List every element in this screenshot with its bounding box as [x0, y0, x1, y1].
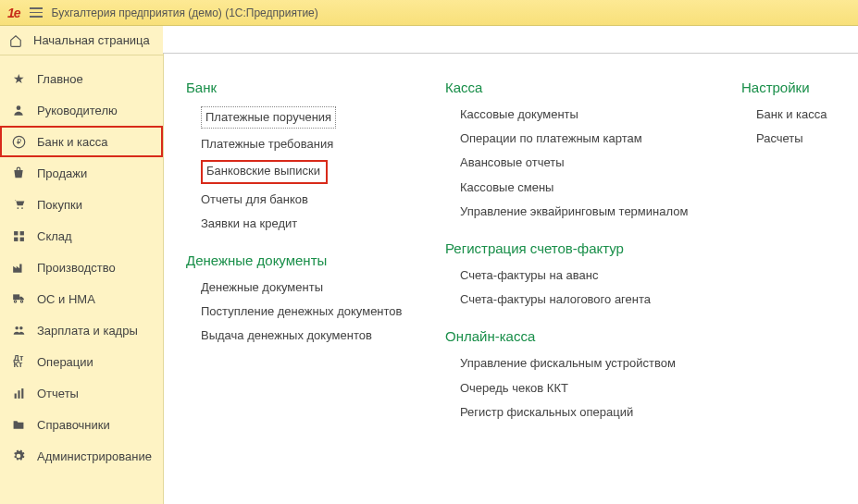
home-button[interactable]: Начальная страница — [0, 26, 163, 55]
link-money-docs[interactable]: Денежные документы — [201, 279, 427, 296]
nav-sales[interactable]: Продажи — [0, 157, 163, 189]
nav-label: Операции — [37, 355, 93, 369]
link-money-docs-out[interactable]: Выдача денежных документов — [201, 327, 427, 344]
home-icon — [9, 34, 24, 47]
link-payment-orders[interactable]: Платежные поручения — [201, 106, 336, 129]
nav-manager[interactable]: Руководителю — [0, 94, 163, 126]
logo-1c: 1e — [7, 6, 20, 20]
nav-label: Справочники — [37, 418, 110, 432]
bag-icon — [11, 166, 26, 180]
link-payment-requests[interactable]: Платежные требования — [201, 136, 427, 153]
svg-point-10 — [20, 301, 22, 302]
svg-rect-8 — [19, 237, 23, 240]
factory-icon — [11, 260, 26, 275]
titlebar: 1e Бухгалтерия предприятия (демо) (1С:Пр… — [0, 0, 858, 26]
nav-label: Главное — [37, 72, 83, 86]
nav-label: Зарплата и кадры — [37, 324, 138, 338]
nav-label: Отчеты — [37, 387, 79, 400]
link-cash-docs[interactable]: Кассовые документы — [460, 106, 723, 123]
home-label: Начальная страница — [33, 33, 150, 47]
folder-icon — [11, 417, 26, 432]
svg-rect-14 — [18, 390, 19, 399]
section-bank[interactable]: Банк — [186, 80, 427, 95]
chart-icon — [11, 386, 26, 400]
link-bank-reports[interactable]: Отчеты для банков — [201, 191, 427, 208]
column-kassa: Касса Кассовые документы Операции по пла… — [445, 80, 723, 421]
svg-rect-7 — [14, 237, 18, 240]
nav-operations[interactable]: ДтКт Операции — [0, 346, 163, 377]
svg-rect-5 — [14, 231, 18, 235]
link-advance-reports[interactable]: Авансовые отчеты — [460, 154, 723, 171]
star-icon: ★ — [11, 71, 26, 86]
nav-admin[interactable]: Администрирование — [0, 440, 163, 472]
person-icon — [11, 103, 26, 117]
nav-label: Руководителю — [37, 104, 118, 117]
truck-icon — [11, 291, 26, 306]
tab-strip — [163, 26, 858, 54]
svg-rect-13 — [14, 393, 16, 398]
sidebar: Начальная страница ★ Главное Руководител… — [0, 26, 164, 504]
nav-label: Продажи — [37, 166, 87, 180]
nav-label: Покупки — [37, 198, 82, 212]
link-credit-requests[interactable]: Заявки на кредит — [201, 215, 427, 232]
nav-purchases[interactable]: Покупки — [0, 189, 163, 220]
nav-production[interactable]: Производство — [0, 252, 163, 283]
nav-main[interactable]: ★ Главное — [0, 63, 163, 94]
nav-label: Склад — [37, 229, 72, 243]
section-money-docs[interactable]: Денежные документы — [186, 252, 427, 268]
svg-point-12 — [19, 326, 23, 330]
nav-label: ОС и НМА — [37, 292, 95, 306]
svg-rect-15 — [21, 388, 23, 399]
svg-point-0 — [17, 105, 21, 110]
section-settings[interactable]: Настройки — [741, 80, 852, 95]
link-fiscal-ops-register[interactable]: Регистр фискальных операций — [460, 404, 723, 421]
nav-reference[interactable]: Справочники — [0, 409, 163, 440]
link-settings-bank[interactable]: Банк и касса — [756, 106, 852, 123]
svg-text:₽: ₽ — [17, 138, 21, 146]
nav-label: Банк и касса — [37, 135, 108, 149]
link-cash-shifts[interactable]: Кассовые смены — [460, 179, 723, 196]
link-fiscal-device[interactable]: Управление фискальным устройством — [460, 355, 723, 372]
link-settings-payments[interactable]: Расчеты — [756, 130, 852, 147]
link-bank-statements[interactable]: Банковские выписки — [201, 160, 328, 183]
section-online-kassa[interactable]: Онлайн-касса — [445, 328, 723, 344]
svg-point-3 — [17, 207, 19, 209]
column-settings: Настройки Банк и касса Расчеты — [741, 80, 852, 421]
gear-icon — [11, 449, 26, 463]
hamburger-icon[interactable] — [30, 7, 43, 18]
nav-bank-kassa[interactable]: ₽ Банк и касса — [0, 126, 163, 157]
content-area: Банк Платежные поручения Платежные требо… — [164, 26, 858, 504]
nav-warehouse[interactable]: Склад — [0, 220, 163, 252]
link-receipt-queue[interactable]: Очередь чеков ККТ — [460, 380, 723, 397]
link-tax-agent-invoices[interactable]: Счета-фактуры налогового агента — [460, 291, 723, 308]
app-title: Бухгалтерия предприятия (демо) (1С:Предп… — [52, 6, 318, 19]
nav-reports[interactable]: Отчеты — [0, 377, 163, 409]
nav-list: ★ Главное Руководителю ₽ Банк и касса Пр — [0, 55, 163, 472]
svg-point-9 — [14, 301, 16, 302]
grid-icon — [11, 228, 26, 243]
section-kassa[interactable]: Касса — [445, 80, 723, 95]
section-invoice-reg[interactable]: Регистрация счетов-фактур — [445, 240, 723, 256]
column-bank: Банк Платежные поручения Платежные требо… — [186, 80, 427, 421]
svg-point-4 — [21, 207, 23, 209]
dtkt-icon: ДтКт — [11, 354, 26, 369]
ruble-icon: ₽ — [11, 134, 26, 149]
nav-label: Производство — [37, 261, 116, 275]
people-icon — [11, 323, 26, 338]
nav-label: Администрирование — [37, 449, 152, 463]
cart-icon — [11, 197, 26, 212]
link-card-ops[interactable]: Операции по платежным картам — [460, 130, 723, 147]
link-money-docs-in[interactable]: Поступление денежных документов — [201, 303, 427, 320]
nav-payroll[interactable]: Зарплата и кадры — [0, 314, 163, 346]
svg-rect-6 — [19, 231, 23, 235]
svg-point-11 — [15, 326, 18, 330]
nav-assets[interactable]: ОС и НМА — [0, 283, 163, 314]
link-advance-invoices[interactable]: Счета-фактуры на аванс — [460, 267, 723, 284]
link-acquiring-terminal[interactable]: Управление эквайринговым терминалом — [460, 203, 723, 220]
